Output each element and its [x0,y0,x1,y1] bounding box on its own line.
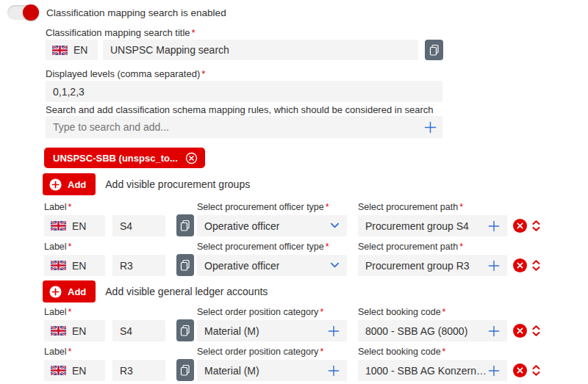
picker-value: 1000 - SBB AG Konzernbe... [365,365,488,377]
label-text: Label [44,202,67,212]
add-circle-icon [49,178,62,191]
copy-icon [179,325,191,337]
chip-label: UNSPSC-SBB (unspsc_to... [53,153,178,164]
add-mapping-rule-button[interactable] [424,121,437,134]
booking-code-picker[interactable]: 1000 - SBB AG Konzernbe... [358,360,507,381]
picker-value: Material (M) [204,365,259,377]
officer-type-dropdown[interactable]: Operative officer [197,215,347,236]
label-text: Select order position category [197,347,318,357]
reorder-row-control[interactable] [531,258,541,272]
add-procurement-group-button[interactable]: Add [43,173,96,195]
title-language-selector[interactable]: EN [46,40,98,60]
classification-search-toggle[interactable] [7,5,38,20]
plus-icon [488,325,500,337]
plus-icon [424,121,437,134]
order-category-picker[interactable]: Material (M) [197,360,347,381]
uk-flag-icon [51,261,66,270]
required-mark: * [326,202,329,212]
toggle-label: Classification mapping search is enabled [46,7,226,18]
uk-flag-icon [51,326,66,336]
required-mark: * [326,242,329,252]
mapping-search-input[interactable] [46,116,424,138]
label-field-label: Label* [44,347,165,358]
required-mark: * [459,242,463,252]
row-language-selector[interactable]: EN [44,320,105,341]
sort-up-down-icon [531,258,541,272]
delete-row-button[interactable] [513,363,527,377]
add-circle-icon [49,286,62,298]
plus-icon [328,365,340,377]
copy-label-button[interactable] [176,214,194,236]
procurement-group-row: Label* EN Select procurement officer typ… [44,202,541,236]
picker-value: 8000 - SBB AG (8000) [365,325,467,337]
reorder-row-control[interactable] [531,363,541,377]
required-mark: * [68,202,72,212]
row-language-selector[interactable]: EN [44,360,105,381]
sort-up-down-icon [531,219,541,233]
language-code: EN [72,220,86,232]
uk-flag-icon [51,221,66,231]
order-category-label: Select order position category* [197,347,347,358]
reorder-row-control[interactable] [531,324,541,338]
copy-icon [179,364,191,377]
procurement-path-label: Select procurement path* [358,202,507,213]
mapping-search-description: Search and add classification schema map… [46,104,434,115]
procurement-group-row: Label* EN Select procurement officer typ… [44,242,541,276]
procurement-path-label: Select procurement path* [358,242,507,253]
levels-input[interactable] [46,81,442,102]
uk-flag-icon [51,366,66,375]
booking-code-picker[interactable]: 8000 - SBB AG (8000) [358,320,507,341]
reorder-row-control[interactable] [531,219,541,233]
dropdown-value: Operative officer [204,220,279,232]
row-label-input[interactable] [112,320,165,341]
label-text: Select order position category [197,307,318,317]
procurement-path-picker[interactable]: Procurement group R3 [358,255,507,276]
procurement-path-picker[interactable]: Procurement group S4 [358,215,507,236]
mapping-rule-chip[interactable]: UNSPSC-SBB (unspsc_to... [44,148,205,168]
copy-icon [179,259,191,272]
title-input[interactable] [103,40,418,60]
label-text: Select procurement path [358,202,458,212]
toggle-row: Classification mapping search is enabled [7,5,226,20]
remove-chip-button[interactable] [185,152,198,164]
required-mark: * [192,27,196,38]
row-language-selector[interactable]: EN [44,215,105,236]
copy-label-button[interactable] [176,359,194,381]
row-language-selector[interactable]: EN [44,255,105,276]
title-field-label: Classification mapping search title* [46,27,196,38]
order-category-picker[interactable]: Material (M) [197,320,347,341]
label-text: Label [44,242,67,252]
required-mark: * [68,242,72,252]
row-label-input[interactable] [112,360,165,381]
procurement-section-heading: Add visible procurement groups [105,178,250,190]
required-mark: * [320,307,323,317]
required-mark: * [442,347,446,357]
ledger-account-row: Label* EN Select order position category… [44,347,541,381]
delete-row-button[interactable] [513,258,527,272]
copy-label-button[interactable] [176,319,194,341]
label-text: Label [44,347,67,357]
label-text: Select booking code [358,347,441,357]
order-category-label: Select order position category* [197,307,347,318]
copy-title-button[interactable] [425,40,443,60]
officer-type-dropdown[interactable]: Operative officer [197,255,347,276]
label-field-label: Label* [44,307,165,318]
delete-row-button[interactable] [513,219,527,233]
title-field-label-text: Classification mapping search title [46,27,190,38]
picker-value: Procurement group S4 [365,220,469,232]
plus-icon [488,260,500,272]
row-label-input[interactable] [112,215,165,236]
plus-icon [488,365,500,377]
chevron-down-icon [330,222,340,229]
mapping-search-box [46,116,442,138]
copy-label-button[interactable] [176,254,194,276]
delete-row-button[interactable] [513,324,527,338]
delete-icon [513,219,527,233]
copy-icon [179,220,191,232]
required-mark: * [201,68,205,79]
picker-value: Material (M) [204,325,259,337]
required-mark: * [459,202,463,212]
add-ledger-account-button[interactable]: Add [43,280,96,303]
required-mark: * [68,307,72,317]
row-label-input[interactable] [112,255,165,276]
